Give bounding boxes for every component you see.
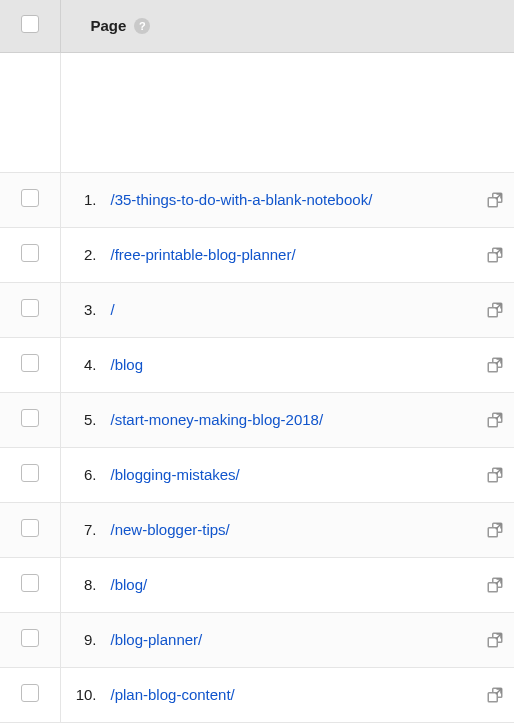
- row-content-cell: 1./35-things-to-do-with-a-blank-notebook…: [60, 172, 514, 227]
- row-content-cell: 4./blog: [60, 337, 514, 392]
- spacer-content-cell: [60, 52, 514, 172]
- row-checkbox-cell: [0, 227, 60, 282]
- row-rank: 5.: [61, 411, 111, 428]
- row-checkbox[interactable]: [21, 574, 39, 592]
- page-path-link[interactable]: /plan-blog-content/: [111, 685, 479, 705]
- open-external-icon[interactable]: [486, 411, 504, 429]
- row-checkbox-cell: [0, 392, 60, 447]
- row-checkbox-cell: [0, 447, 60, 502]
- page-path-link[interactable]: /new-blogger-tips/: [111, 520, 479, 540]
- table-row: 8./blog/: [0, 557, 514, 612]
- table-row: 7./new-blogger-tips/: [0, 502, 514, 557]
- row-checkbox-cell: [0, 502, 60, 557]
- row-checkbox[interactable]: [21, 519, 39, 537]
- open-external-icon[interactable]: [486, 301, 504, 319]
- page-path-link[interactable]: /blog: [111, 355, 479, 375]
- row-rank: 4.: [61, 356, 111, 373]
- open-external-icon[interactable]: [486, 191, 504, 209]
- page-path-link[interactable]: /free-printable-blog-planner/: [111, 245, 479, 265]
- row-content-cell: 2./free-printable-blog-planner/: [60, 227, 514, 282]
- row-content-cell: 7./new-blogger-tips/: [60, 502, 514, 557]
- table-row: 9./blog-planner/: [0, 612, 514, 667]
- page-path-link[interactable]: /blogging-mistakes/: [111, 465, 479, 485]
- table-row: 1./35-things-to-do-with-a-blank-notebook…: [0, 172, 514, 227]
- row-checkbox[interactable]: [21, 189, 39, 207]
- row-checkbox[interactable]: [21, 684, 39, 702]
- row-checkbox[interactable]: [21, 409, 39, 427]
- row-checkbox[interactable]: [21, 354, 39, 372]
- table-header-row: Page ?: [0, 0, 514, 52]
- spacer-row: [0, 52, 514, 172]
- row-checkbox-cell: [0, 612, 60, 667]
- select-all-checkbox[interactable]: [21, 15, 39, 33]
- table-row: 10./plan-blog-content/: [0, 667, 514, 722]
- open-external-icon[interactable]: [486, 631, 504, 649]
- table-row: 3./: [0, 282, 514, 337]
- pages-table: Page ? 1./35-things-to-do-with-a-blank-n…: [0, 0, 514, 723]
- row-rank: 7.: [61, 521, 111, 538]
- page-path-link[interactable]: /: [111, 300, 479, 320]
- table-row: 6./blogging-mistakes/: [0, 447, 514, 502]
- table-row: 2./free-printable-blog-planner/: [0, 227, 514, 282]
- row-checkbox[interactable]: [21, 299, 39, 317]
- page-path-link[interactable]: /35-things-to-do-with-a-blank-notebook/: [111, 190, 479, 210]
- row-checkbox[interactable]: [21, 464, 39, 482]
- row-rank: 3.: [61, 301, 111, 318]
- row-rank: 10.: [61, 686, 111, 703]
- row-rank: 2.: [61, 246, 111, 263]
- column-header-page: Page: [91, 17, 127, 34]
- table-row: 4./blog: [0, 337, 514, 392]
- open-external-icon[interactable]: [486, 356, 504, 374]
- row-rank: 1.: [61, 191, 111, 208]
- open-external-icon[interactable]: [486, 246, 504, 264]
- row-content-cell: 6./blogging-mistakes/: [60, 447, 514, 502]
- spacer-checkbox-cell: [0, 52, 60, 172]
- page-path-link[interactable]: /blog-planner/: [111, 630, 479, 650]
- open-external-icon[interactable]: [486, 686, 504, 704]
- open-external-icon[interactable]: [486, 521, 504, 539]
- row-checkbox-cell: [0, 337, 60, 392]
- row-checkbox[interactable]: [21, 629, 39, 647]
- help-icon[interactable]: ?: [134, 18, 150, 34]
- row-rank: 9.: [61, 631, 111, 648]
- row-rank: 6.: [61, 466, 111, 483]
- table-row: 5./start-money-making-blog-2018/: [0, 392, 514, 447]
- row-checkbox-cell: [0, 667, 60, 722]
- header-page-cell[interactable]: Page ?: [60, 0, 514, 52]
- page-path-link[interactable]: /start-money-making-blog-2018/: [111, 410, 479, 430]
- row-checkbox-cell: [0, 172, 60, 227]
- header-checkbox-cell: [0, 0, 60, 52]
- open-external-icon[interactable]: [486, 576, 504, 594]
- row-content-cell: 10./plan-blog-content/: [60, 667, 514, 722]
- row-rank: 8.: [61, 576, 111, 593]
- row-checkbox-cell: [0, 557, 60, 612]
- row-checkbox-cell: [0, 282, 60, 337]
- row-content-cell: 8./blog/: [60, 557, 514, 612]
- row-content-cell: 5./start-money-making-blog-2018/: [60, 392, 514, 447]
- page-path-link[interactable]: /blog/: [111, 575, 479, 595]
- row-checkbox[interactable]: [21, 244, 39, 262]
- row-content-cell: 3./: [60, 282, 514, 337]
- row-content-cell: 9./blog-planner/: [60, 612, 514, 667]
- open-external-icon[interactable]: [486, 466, 504, 484]
